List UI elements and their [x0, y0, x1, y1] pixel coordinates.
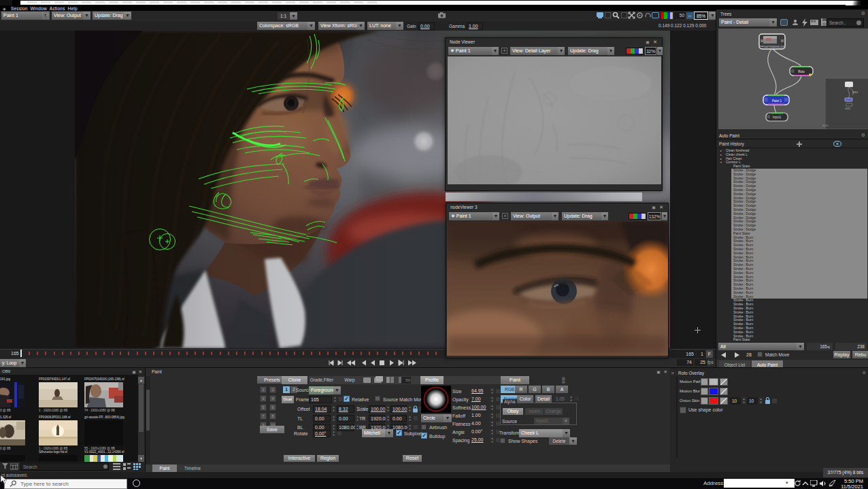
- svg-text:Roto: Roto: [798, 70, 805, 73]
- svg-text:Paint 1: Paint 1: [772, 99, 782, 103]
- svg-text:Input1: Input1: [773, 116, 782, 119]
- svg-text:4060: 4060: [845, 107, 850, 110]
- svg-text:4363: 4363: [852, 91, 858, 94]
- svg-text:4000: 4000: [822, 124, 828, 127]
- svg-text:FP00475S4D06.(16: FP00475S4D06.(16: [760, 45, 784, 48]
